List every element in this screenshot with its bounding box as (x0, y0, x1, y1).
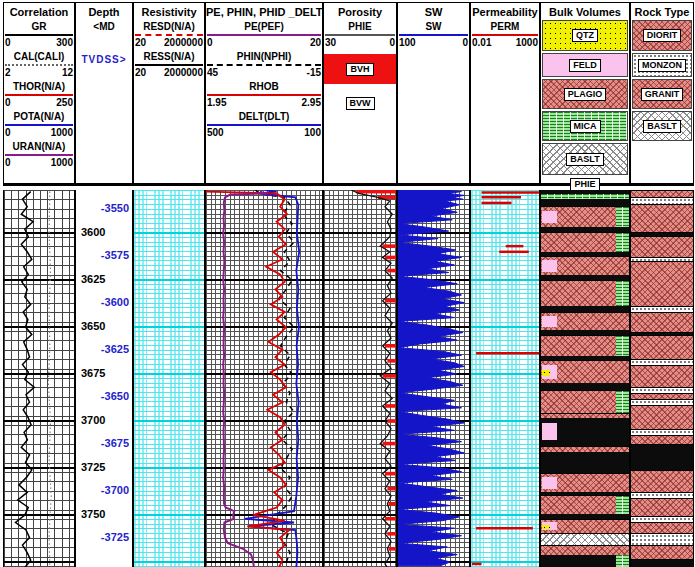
depth-gridline-3650 (206, 326, 322, 328)
curves-svg-pe (206, 190, 323, 567)
curve-label: GR (4, 21, 74, 32)
scale-right: 2000000 (164, 67, 203, 78)
curve-header-PHINNPHI[interactable]: PHIN(NPHI)45-15 (206, 51, 322, 78)
depth-gridline-3700 (324, 420, 396, 422)
curve-scale-numbers: 0.011000 (471, 37, 539, 48)
curve-scale-line (5, 64, 73, 66)
legend-label-GRANIT: GRANIT (641, 88, 684, 101)
rock-band-salmon (631, 365, 693, 390)
legend-label-BASLT: BASLT (566, 153, 603, 166)
track-header-porosity[interactable]: PorosityPHIE300BVHBVW (323, 2, 397, 186)
track-body-perm[interactable] (470, 190, 540, 567)
scale-right: 2.95 (302, 97, 321, 108)
track-body-pe[interactable] (205, 190, 323, 567)
curves-svg-sw (398, 190, 470, 567)
rock-band-black (631, 559, 693, 567)
curve-header-RESSNA[interactable]: RESS(N/A)202000000 (134, 51, 204, 78)
bulk-band-salmon (541, 232, 629, 254)
track-body-resistivity[interactable] (133, 190, 205, 567)
curve-label: URAN(N/A) (4, 141, 74, 152)
curve-header-RHOB[interactable]: RHOB1.952.95 (206, 81, 322, 108)
scale-left: 100 (399, 37, 416, 48)
curve-scale-numbers: 0250 (4, 97, 74, 108)
depth-gridline-3650 (398, 326, 469, 328)
curve-header-THORNA[interactable]: THOR(N/A)0250 (4, 81, 74, 108)
depth-gridline-cyan-3600 (134, 232, 204, 234)
curve-scale-numbers: 500100 (206, 127, 322, 138)
depth-gridline-3725 (398, 467, 469, 469)
scale-left: 0.01 (472, 37, 491, 48)
curve-header-GR[interactable]: GR0300 (4, 21, 74, 48)
md-depth-label: 3700 (81, 414, 105, 426)
track-header-bulk[interactable]: Bulk VolumesQTZFELDPLAGIOMICABASLTPHIE (540, 2, 630, 186)
track-header-rock[interactable]: Rock TypeDIORITMONZONGRANITBASLT (630, 2, 694, 186)
legend-patch-PHIE: PHIE (542, 177, 628, 191)
legend-label-FELD: FELD (569, 59, 601, 72)
track-title-depth: Depth (76, 3, 132, 18)
track-title-resistivity: Resistivity (134, 3, 204, 18)
bulk-band-black (541, 383, 629, 390)
curve-label: RESS(N/A) (134, 51, 204, 62)
mica-edge-strip (616, 555, 629, 567)
scale-right: 1000 (51, 127, 73, 138)
mica-edge-strip (616, 233, 629, 253)
track-header-sw[interactable]: SWSW1000 (397, 2, 470, 186)
curve-scale-line (135, 64, 203, 66)
curve-header-PEPEF[interactable]: PE(PEF)020 (206, 21, 322, 48)
rock-band-black (631, 444, 693, 472)
track-body-rock[interactable] (630, 190, 694, 567)
track-body-bulk[interactable] (540, 190, 630, 567)
tvdss-depth-label: -3700 (101, 484, 129, 496)
track-header-perm[interactable]: PermeabilityPERM0.011000 (470, 2, 540, 186)
depth-gridline-3700 (206, 420, 322, 422)
track-body-correlation[interactable] (3, 190, 75, 567)
curve-header-URANNA[interactable]: URAN(N/A)01000 (4, 141, 74, 168)
depth-gridline-3625 (324, 279, 396, 281)
track-header-pe[interactable]: PE, PHIN, PHID _DELTPE(PEF)020PHIN(NPHI)… (205, 2, 323, 186)
bulk-band-salmon (541, 335, 629, 359)
track-body-sw[interactable] (397, 190, 470, 567)
curve-header-POTANA[interactable]: POTA(N/A)01000 (4, 111, 74, 138)
scale-right: 1000 (51, 157, 73, 168)
curve-header-RESDNA[interactable]: RESD(N/A)202000000 (134, 21, 204, 48)
depth-gridline-3700 (4, 420, 74, 422)
scale-left: 45 (207, 67, 218, 78)
curve-scale-numbers: 202000000 (134, 67, 204, 78)
scale-right: 0 (462, 37, 468, 48)
feld-blob (542, 260, 557, 271)
track-header-depth[interactable]: Depth<MDTVDSS> (75, 2, 133, 186)
track-title-pe: PE, PHIN, PHID _DELT (206, 3, 322, 18)
legend-patch-BASLT: BASLT (632, 111, 692, 141)
bulk-band-salmon (541, 390, 629, 415)
track-title-porosity: Porosity (324, 3, 396, 18)
track-body-depth[interactable]: 3600362536503675370037253750-3550-3575-3… (75, 190, 133, 567)
depth-gridline-3725 (206, 467, 322, 469)
curve-label: RESD(N/A) (134, 21, 204, 32)
curve-header-PERM[interactable]: PERM0.011000 (471, 21, 539, 48)
feld-blob (542, 316, 557, 326)
curve-header-PHIE[interactable]: PHIE300 (324, 21, 396, 48)
tvdss-depth-label: -3575 (101, 249, 129, 261)
curve-scale-line (325, 34, 395, 36)
bulk-band-salmon (541, 360, 629, 386)
rock-band-salmon (631, 261, 693, 308)
bulk-band-salmon (541, 473, 629, 495)
depth-gridline-3775 (206, 561, 322, 563)
scale-left: 500 (207, 127, 224, 138)
curve-header-SW[interactable]: SW1000 (398, 21, 469, 48)
curve-scale-line (207, 124, 321, 126)
curves-svg-perm (471, 190, 540, 567)
track-header-correlation[interactable]: CorrelationGR0300CAL(CALI)212THOR(N/A)02… (3, 2, 75, 186)
curve-scale-line (5, 154, 73, 156)
bvw-label: BVW (346, 97, 375, 110)
bvw-fill-legend: BVW (324, 94, 396, 112)
bulk-band-salmon (541, 256, 629, 278)
track-body-porosity[interactable] (323, 190, 397, 567)
curve-header-DELTDLT[interactable]: DELT(DLT)500100 (206, 111, 322, 138)
depth-gridline-cyan-3625 (471, 279, 539, 281)
track-title-perm: Permeability (471, 3, 539, 18)
curve-scale-line (207, 64, 321, 66)
scale-right: 0 (389, 37, 395, 48)
curve-header-CALCALI[interactable]: CAL(CALI)212 (4, 51, 74, 78)
track-header-resistivity[interactable]: ResistivityRESD(N/A)202000000RESS(N/A)20… (133, 2, 205, 186)
